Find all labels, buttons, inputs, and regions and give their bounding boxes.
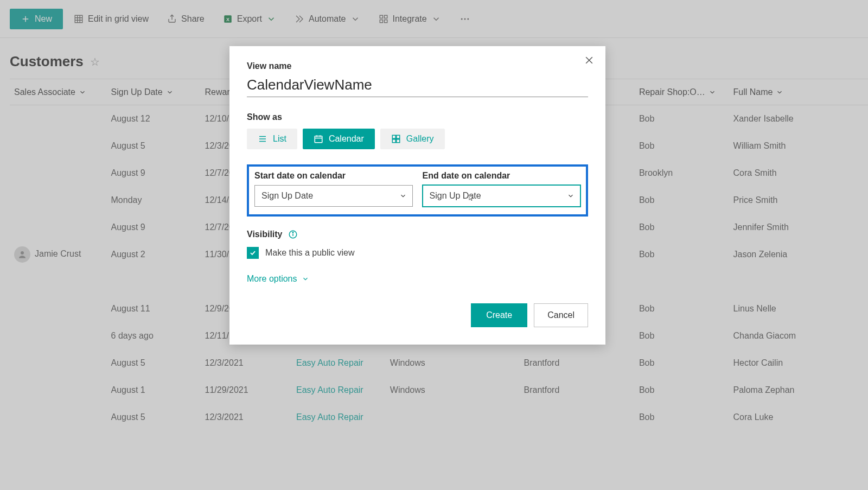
dialog-actions: Create Cancel [247,303,588,327]
start-date-label: Start date on calendar [254,171,413,181]
start-date-col: Start date on calendar Sign Up Date [254,171,413,207]
view-name-input[interactable] [247,74,588,97]
calendar-icon [314,134,323,144]
close-icon [584,55,595,66]
tile-gallery[interactable]: Gallery [380,129,445,149]
view-name-label: View name [247,61,588,71]
end-date-value: Sign Up Date [430,191,481,201]
svg-rect-28 [397,135,400,138]
tile-gallery-label: Gallery [406,134,434,144]
public-view-row: Make this a public view [247,247,588,259]
tile-calendar[interactable]: Calendar [303,129,375,149]
chevron-down-icon [302,275,309,283]
more-options-toggle[interactable]: More options [247,274,588,284]
svg-rect-23 [315,136,322,143]
start-date-dropdown[interactable]: Sign Up Date [254,185,413,207]
show-as-tiles: List Calendar Gallery [247,129,588,149]
tile-calendar-label: Calendar [329,134,364,144]
public-view-checkbox[interactable] [247,247,259,259]
svg-point-33 [292,232,293,233]
create-button[interactable]: Create [471,303,527,327]
public-view-label: Make this a public view [265,248,355,258]
show-as-label: Show as [247,112,588,122]
start-date-value: Sign Up Date [261,191,313,201]
visibility-row: Visibility [247,230,588,239]
create-view-dialog: View name Show as List Calendar Gallery … [229,46,605,345]
chevron-down-icon [567,192,575,200]
visibility-label: Visibility [247,230,283,239]
chevron-down-icon [399,192,407,200]
svg-rect-27 [392,135,395,138]
end-date-dropdown[interactable]: Sign Up Date [423,185,581,207]
date-range-section: Start date on calendar Sign Up Date End … [247,164,588,217]
tile-list[interactable]: List [247,129,297,149]
gallery-icon [391,134,401,144]
more-options-label: More options [247,274,297,284]
end-date-col: End date on calendar Sign Up Date [423,171,581,207]
check-icon [249,249,257,257]
svg-rect-29 [392,139,395,143]
end-date-label: End date on calendar [423,171,581,181]
close-button[interactable] [584,55,595,69]
tile-list-label: List [273,134,286,144]
svg-rect-30 [397,139,400,143]
cancel-button[interactable]: Cancel [534,303,588,327]
list-icon [258,134,267,144]
info-icon[interactable] [288,230,298,239]
